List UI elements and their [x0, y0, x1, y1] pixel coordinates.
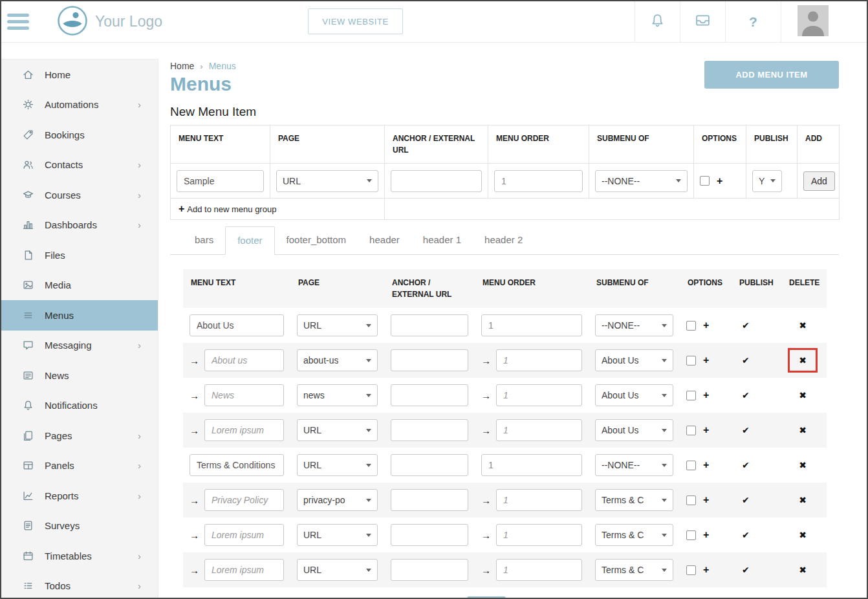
sidebar-item-files[interactable]: Files	[1, 240, 158, 270]
sidebar-item-contacts[interactable]: Contacts›	[1, 150, 158, 180]
delete-button[interactable]: ✖	[788, 313, 818, 338]
delete-button[interactable]: ✖	[788, 488, 818, 512]
tab-header-1[interactable]: header 1	[411, 226, 473, 254]
anchor-input[interactable]	[391, 314, 468, 336]
add-menu-item-button[interactable]: ADD MENU ITEM	[704, 61, 839, 89]
menu-order-input[interactable]	[496, 524, 582, 546]
menu-text-input[interactable]	[204, 349, 284, 371]
tab-footer[interactable]: footer	[225, 226, 274, 255]
add-option-icon[interactable]: +	[703, 495, 709, 505]
menu-order-input[interactable]	[481, 454, 582, 476]
sidebar-item-bookings[interactable]: Bookings	[1, 120, 158, 150]
sidebar-item-news[interactable]: News	[1, 360, 158, 391]
options-checkbox[interactable]	[686, 321, 696, 331]
breadcrumb-home[interactable]: Home	[170, 61, 194, 71]
menu-text-input[interactable]	[204, 489, 284, 511]
menu-text-input[interactable]	[204, 524, 284, 546]
anchor-input[interactable]	[391, 454, 468, 476]
sidebar-item-automations[interactable]: Automations›	[1, 90, 158, 120]
options-checkbox[interactable]	[686, 391, 696, 400]
add-option-icon[interactable]: +	[703, 460, 709, 470]
submenu-select[interactable]: Terms & C	[595, 524, 673, 546]
new-publish-select[interactable]: Y	[752, 170, 782, 192]
menu-text-input[interactable]	[204, 384, 284, 406]
sidebar-item-menus[interactable]: Menus	[1, 300, 158, 331]
sidebar-item-todos[interactable]: Todos›	[1, 571, 158, 598]
page-select[interactable]: URL	[297, 314, 378, 336]
menu-order-input[interactable]	[496, 349, 582, 371]
sidebar-item-timetables[interactable]: Timetables›	[1, 541, 158, 571]
options-checkbox[interactable]	[686, 356, 696, 365]
new-menu-order-input[interactable]	[494, 170, 583, 192]
add-option-icon[interactable]: +	[703, 565, 709, 575]
new-page-select[interactable]: URL	[276, 170, 378, 192]
publish-check-icon[interactable]: ✔	[738, 565, 750, 575]
menu-order-input[interactable]	[496, 489, 582, 511]
hamburger-menu-icon[interactable]	[7, 14, 29, 30]
menu-text-input[interactable]	[204, 559, 284, 581]
sidebar-item-dashboards[interactable]: Dashboards›	[1, 210, 158, 241]
sidebar-item-notifications[interactable]: Notifications	[1, 391, 158, 421]
publish-check-icon[interactable]: ✔	[738, 355, 750, 365]
menu-order-input[interactable]	[481, 314, 582, 336]
add-option-icon[interactable]: +	[703, 530, 709, 540]
sidebar-item-reports[interactable]: Reports›	[1, 481, 158, 511]
page-select[interactable]: news	[297, 384, 378, 406]
options-checkbox[interactable]	[686, 530, 696, 540]
anchor-input[interactable]	[391, 489, 468, 511]
anchor-input[interactable]	[391, 559, 468, 581]
add-option-icon[interactable]: +	[703, 390, 709, 400]
help-button[interactable]: ?	[725, 1, 781, 42]
publish-check-icon[interactable]: ✔	[738, 495, 750, 505]
anchor-input[interactable]	[391, 419, 468, 441]
submenu-select[interactable]: About Us	[595, 349, 673, 371]
sidebar-item-media[interactable]: Media	[1, 270, 158, 301]
menu-text-input[interactable]	[204, 419, 284, 441]
submenu-select[interactable]: About Us	[595, 384, 673, 406]
delete-button[interactable]: ✖	[788, 523, 818, 547]
add-option-icon[interactable]: +	[703, 320, 709, 331]
page-select[interactable]: URL	[297, 559, 378, 581]
new-add-option-icon[interactable]: +	[717, 176, 722, 186]
submenu-select[interactable]: About Us	[595, 419, 673, 441]
add-option-icon[interactable]: +	[703, 425, 709, 435]
sidebar-item-home[interactable]: Home	[1, 60, 158, 90]
sidebar-item-messaging[interactable]: Messaging›	[1, 331, 158, 361]
delete-button[interactable]: ✖	[788, 383, 818, 408]
anchor-input[interactable]	[391, 384, 468, 406]
logo-link[interactable]: Your Logo	[58, 6, 162, 38]
delete-button[interactable]: ✖	[788, 453, 818, 477]
publish-check-icon[interactable]: ✔	[738, 425, 750, 435]
options-checkbox[interactable]	[686, 426, 696, 435]
tab-header[interactable]: header	[358, 226, 411, 254]
submenu-select[interactable]: --NONE--	[595, 314, 673, 336]
tab-bars[interactable]: bars	[183, 226, 225, 254]
delete-button[interactable]: ✖	[788, 558, 818, 582]
page-select[interactable]: privacy-po	[297, 489, 378, 511]
view-website-button[interactable]: VIEW WEBSITE	[308, 8, 403, 34]
options-checkbox[interactable]	[686, 565, 696, 575]
publish-check-icon[interactable]: ✔	[738, 530, 750, 540]
menu-text-input[interactable]	[190, 314, 284, 336]
menu-order-input[interactable]	[496, 384, 582, 406]
anchor-input[interactable]	[391, 524, 468, 546]
submenu-select[interactable]: Terms & C	[595, 489, 673, 511]
options-checkbox[interactable]	[686, 461, 696, 470]
add-row-button[interactable]: Add	[803, 171, 835, 191]
save-button[interactable]: Save	[467, 596, 506, 598]
notifications-button[interactable]	[635, 1, 680, 42]
sidebar-item-surveys[interactable]: Surveys	[1, 511, 158, 541]
delete-button[interactable]: ✖	[788, 348, 818, 373]
publish-check-icon[interactable]: ✔	[738, 320, 750, 331]
options-checkbox[interactable]	[686, 496, 696, 505]
menu-text-input[interactable]	[190, 454, 284, 476]
user-avatar[interactable]	[781, 1, 867, 42]
menu-order-input[interactable]	[496, 419, 582, 441]
new-anchor-input[interactable]	[391, 170, 482, 192]
add-to-new-menu-group-link[interactable]: Add to new menu group	[187, 204, 276, 214]
page-select[interactable]: URL	[297, 419, 378, 441]
submenu-select[interactable]: Terms & C	[595, 559, 673, 581]
new-menu-text-input[interactable]	[177, 170, 264, 192]
tab-footer_bottom[interactable]: footer_bottom	[275, 226, 358, 254]
page-select[interactable]: URL	[297, 524, 378, 546]
